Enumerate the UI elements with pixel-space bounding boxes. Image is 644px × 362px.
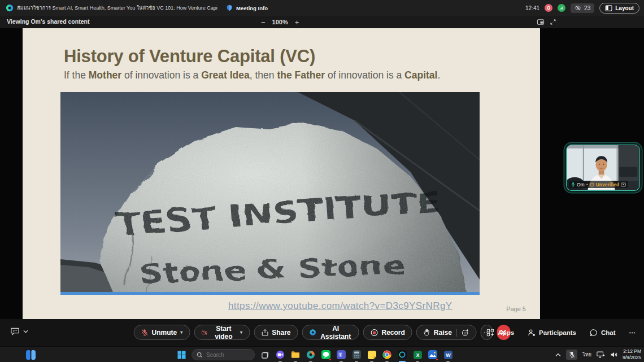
taskbar-search[interactable] xyxy=(192,349,255,360)
participants-icon xyxy=(528,329,536,337)
attendee-count-chip[interactable]: 23 xyxy=(571,3,594,13)
network-icon[interactable] xyxy=(597,351,605,358)
slide-heading: History of Venture Capital (VC) xyxy=(64,46,315,67)
svg-text:W: W xyxy=(446,352,451,358)
record-button[interactable]: Record xyxy=(363,325,412,340)
raise-divider xyxy=(456,329,457,337)
webex-logo-icon xyxy=(6,4,14,12)
ai-assistant-button[interactable]: AI Assistant xyxy=(302,325,359,340)
calculator-icon[interactable] xyxy=(351,350,362,360)
participants-button[interactable]: Participants xyxy=(528,329,576,337)
zoom-in-button[interactable]: + xyxy=(295,18,299,27)
captions-icon[interactable] xyxy=(10,327,20,335)
apps-grid-icon xyxy=(486,329,494,337)
shield-icon xyxy=(226,5,233,11)
unverified-icon xyxy=(590,182,594,187)
app-icon-camera-purple[interactable] xyxy=(275,350,285,360)
webex-app-icon[interactable] xyxy=(397,350,407,360)
shared-content-stage: History of Venture Capital (VC) If the M… xyxy=(0,28,644,319)
video-progress-bar xyxy=(60,292,480,295)
task-view-icon[interactable] xyxy=(260,350,270,360)
camera-muted-icon xyxy=(201,329,207,336)
mic-on-icon xyxy=(571,182,575,187)
record-icon xyxy=(371,329,378,337)
participant-video-tile[interactable]: Om • Unverified xyxy=(566,145,640,191)
video-menu-chevron[interactable]: ▾ xyxy=(240,330,242,335)
word-icon[interactable]: W xyxy=(443,350,453,360)
share-button[interactable]: Share xyxy=(254,325,298,340)
start-button[interactable] xyxy=(176,350,186,360)
windows-logo-icon xyxy=(177,351,186,359)
raise-hand-button[interactable]: Raise xyxy=(416,325,477,340)
ai-assistant-icon xyxy=(309,328,316,337)
chrome-icon[interactable] xyxy=(382,350,392,360)
layout-button[interactable]: Layout xyxy=(599,3,639,14)
language-indicator[interactable]: ไทย xyxy=(582,351,591,359)
page-number: Page 5 xyxy=(506,306,526,312)
svg-text:X: X xyxy=(416,352,419,358)
sticky-notes-icon[interactable] xyxy=(367,350,377,360)
teams-icon[interactable]: T xyxy=(336,350,346,360)
unmute-button[interactable]: Unmute ▾ xyxy=(134,325,190,340)
presentation-slide: History of Venture Capital (VC) If the M… xyxy=(23,28,540,319)
slide-subtitle: If the Mother of innovation is a Great I… xyxy=(64,69,440,81)
search-input[interactable] xyxy=(206,352,246,358)
meeting-info-button[interactable]: Meeting Info xyxy=(226,0,268,16)
shared-content-bar: Viewing Om's shared content − 100% + xyxy=(0,16,644,28)
excel-icon[interactable]: X xyxy=(412,350,423,360)
volume-icon[interactable] xyxy=(610,351,617,358)
windows-taskbar: T X W xyxy=(0,346,644,362)
picture-in-picture-icon[interactable] xyxy=(537,19,545,25)
mic-muted-icon xyxy=(141,329,149,336)
tray-chevron-up-icon[interactable] xyxy=(555,353,561,357)
overflow-menu-button[interactable]: ⋯ xyxy=(629,329,637,337)
taskbar-pinned-app-icon[interactable] xyxy=(25,350,36,360)
start-video-button[interactable]: Start video ▾ xyxy=(194,325,250,340)
sharing-indicator-icon xyxy=(621,182,626,187)
zoom-out-button[interactable]: − xyxy=(261,18,266,27)
share-icon xyxy=(261,329,268,336)
connection-indicator-icon xyxy=(558,4,565,12)
meeting-title: สัมมนาวิชาการ Smart AI, Smart Health, Sm… xyxy=(17,4,217,12)
slide-video-frame: TEST INSTITUTE Stone & Stone xyxy=(60,92,480,295)
youtube-link[interactable]: https://www.youtube.com/watch?v=D3c9YSrN… xyxy=(228,300,452,312)
file-explorer-icon[interactable] xyxy=(290,350,301,360)
expand-icon[interactable] xyxy=(550,19,556,25)
app-icon-orange-teal[interactable] xyxy=(306,350,316,360)
stone-photo: TEST INSTITUTE Stone & Stone xyxy=(60,92,480,295)
participant-name-label: Om • Unverified xyxy=(569,181,628,188)
chevron-down-icon[interactable] xyxy=(23,330,28,333)
layout-icon xyxy=(605,5,612,11)
reactions-icon[interactable] xyxy=(462,329,469,337)
meeting-control-bar: Unmute ▾ Start video ▾ Share AI Assistan… xyxy=(0,319,644,346)
svg-text:T: T xyxy=(339,352,342,357)
chat-bubble-icon xyxy=(590,329,598,337)
eye-off-icon xyxy=(575,5,581,11)
photos-icon[interactable] xyxy=(428,350,438,360)
tray-mic-muted-icon[interactable] xyxy=(566,350,577,360)
raise-hand-icon xyxy=(424,329,430,336)
recording-indicator-icon xyxy=(545,4,552,12)
apps-button[interactable]: Apps xyxy=(486,329,514,337)
window-titlebar: สัมมนาวิชาการ Smart AI, Smart Health, Sm… xyxy=(0,0,644,16)
viewing-label: Viewing Om's shared content xyxy=(7,18,89,25)
meeting-elapsed-time: 12:41 xyxy=(525,5,539,11)
unmute-menu-chevron[interactable]: ▾ xyxy=(180,330,182,335)
chat-button[interactable]: Chat xyxy=(590,329,616,337)
search-icon xyxy=(197,352,203,358)
line-app-icon[interactable] xyxy=(321,350,331,360)
tray-clock[interactable]: 2:12 PM 9/9/2025 xyxy=(623,348,641,360)
zoom-level-value: 100% xyxy=(272,19,288,25)
